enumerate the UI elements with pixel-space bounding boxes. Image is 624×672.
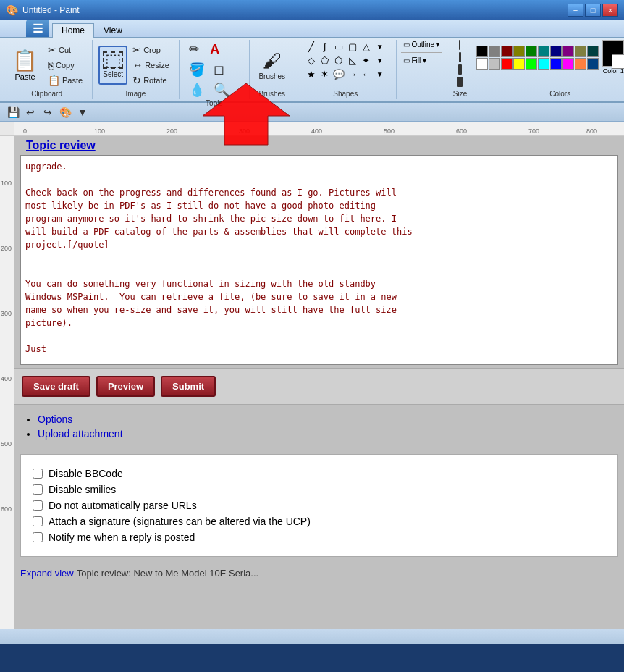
shape-righttri[interactable]: ◺ (346, 54, 359, 67)
magnifier-button[interactable]: 🔍 (210, 80, 233, 99)
horizontal-ruler: 0 100 200 300 400 500 600 700 800 (0, 122, 624, 136)
shape-rect[interactable]: ▭ (332, 40, 345, 53)
select-icon: ⬚ (103, 51, 123, 69)
rotate-button[interactable]: ↻ Rotate (129, 73, 173, 88)
close-button[interactable]: × (602, 4, 618, 17)
bottom-nav-bar: Expand view Topic review: New to Me Mode… (14, 563, 624, 583)
submit-button[interactable]: Submit (161, 376, 216, 397)
color-navy[interactable] (550, 46, 562, 57)
color-yellow[interactable] (513, 58, 525, 70)
no-parse-urls-label: Do not automatically parse URLs (49, 500, 197, 511)
disable-bbcode-checkbox[interactable] (33, 469, 43, 479)
notify-reply-checkbox[interactable] (33, 532, 43, 542)
attach-signature-row: Attach a signature (signatures can be al… (33, 516, 606, 527)
tab-home[interactable]: Home (52, 23, 94, 38)
shape-hexagon[interactable]: ⬡ (332, 54, 345, 67)
expand-view-link[interactable]: Expand view (20, 568, 74, 579)
shape-diamond[interactable]: ◇ (305, 54, 318, 67)
forum-page: Topic review upgrade. Check back on the … (14, 136, 624, 629)
crop-icon: ✂ (132, 44, 141, 56)
redo-button[interactable]: ↪ (41, 105, 55, 119)
size-bar-2[interactable] (459, 52, 461, 62)
color-olive[interactable] (513, 46, 525, 57)
color-blue[interactable] (550, 58, 562, 70)
shape-arrow-r[interactable]: → (346, 67, 359, 80)
shape-curve[interactable]: ∫ (319, 40, 332, 53)
paint-canvas[interactable]: Topic review upgrade. Check back on the … (14, 136, 624, 629)
color-darkgreen[interactable] (526, 46, 537, 57)
shape-more2[interactable]: ▼ (374, 54, 387, 67)
brushes-button[interactable]: 🖌 Brushes (254, 46, 290, 85)
select-button[interactable]: ⬚ Select (98, 46, 127, 85)
crop-button[interactable]: ✂ Crop (129, 43, 173, 57)
shape-more[interactable]: ▼ (374, 40, 387, 53)
disable-smilies-row: Disable smilies (33, 484, 606, 495)
color-lime[interactable] (526, 58, 537, 70)
color-darkblue2[interactable] (587, 58, 599, 70)
color-picker-qa-button[interactable]: 🎨 (58, 105, 72, 119)
shape-line[interactable]: ╱ (305, 40, 318, 53)
resize-icon: ↔ (132, 59, 143, 71)
upload-attachment-link[interactable]: Upload attachment (38, 428, 123, 440)
color-darkteal2[interactable] (587, 46, 599, 57)
paste-button[interactable]: 📋 Paste (7, 46, 43, 85)
color-red[interactable] (501, 58, 513, 70)
color-purple[interactable] (562, 46, 574, 57)
size-bar-1[interactable] (459, 40, 460, 50)
color-magenta[interactable] (562, 58, 574, 70)
size-bar-4[interactable] (457, 77, 463, 87)
qa-dropdown-button[interactable]: ▼ (75, 105, 90, 119)
shape-more3[interactable]: ▼ (374, 67, 387, 80)
eyedropper-button[interactable]: 💧 (185, 80, 208, 99)
post-content-textarea[interactable]: upgrade. Check back on the progress and … (20, 155, 618, 365)
canvas-area: 0 100 200 300 400 500 600 700 800 100 20… (0, 122, 624, 629)
minimize-button[interactable]: − (568, 4, 583, 17)
shape-arrow-l[interactable]: ← (360, 67, 373, 80)
copy-button[interactable]: ⎘ Copy (44, 58, 86, 72)
shape-triangle[interactable]: △ (360, 40, 373, 53)
shape-star5[interactable]: ★ (305, 67, 318, 80)
color-silver[interactable] (489, 58, 500, 70)
app-icon: 🎨 (6, 4, 18, 16)
color-darkyellow[interactable] (575, 46, 586, 57)
preview-button[interactable]: Preview (96, 376, 155, 397)
color-gray[interactable] (489, 46, 500, 57)
shape-star4[interactable]: ✦ (360, 54, 373, 67)
color-black[interactable] (476, 46, 488, 57)
save-draft-button[interactable]: Save draft (22, 376, 90, 397)
fill-button[interactable]: 🪣 (185, 60, 208, 79)
copy-icon: ⎘ (48, 59, 54, 71)
eraser-button[interactable]: ◻ (210, 60, 229, 79)
size-bar-3[interactable] (458, 64, 462, 75)
pencil-button[interactable]: ✏ (185, 40, 204, 59)
no-parse-urls-checkbox[interactable] (33, 500, 43, 511)
shape-pentagon[interactable]: ⬠ (319, 54, 332, 67)
color-orange[interactable] (575, 58, 586, 70)
shape-callout[interactable]: 💬 (332, 67, 345, 80)
paste-special-button[interactable]: 📋 Paste (44, 73, 86, 88)
color-teal[interactable] (538, 46, 549, 57)
shape-star6[interactable]: ✶ (319, 67, 332, 80)
color1-swatch[interactable] (602, 40, 624, 67)
no-parse-urls-row: Do not automatically parse URLs (33, 500, 606, 511)
color-cyan[interactable] (538, 58, 549, 70)
cut-button[interactable]: ✂ Cut (44, 43, 86, 57)
attach-signature-checkbox[interactable] (33, 516, 43, 526)
outline-button[interactable]: ▭ Outline ▾ (401, 40, 442, 49)
shape-roundrect[interactable]: ▢ (346, 40, 359, 53)
options-link[interactable]: Options (38, 413, 72, 425)
disable-smilies-checkbox[interactable] (33, 484, 43, 495)
color-white[interactable] (476, 58, 488, 70)
save-button[interactable]: 💾 (6, 105, 20, 119)
brushes-section: 🖌 Brushes Brushes (250, 40, 295, 99)
clipboard-section: 📋 Paste ✂ Cut ⎘ Copy 📋 Paste Clipboard (3, 40, 93, 99)
color-darkred[interactable] (501, 46, 513, 57)
undo-button[interactable]: ↩ (23, 105, 38, 119)
fill-dropdown-button[interactable]: ▭ Fill ▾ (401, 56, 442, 65)
maximize-button[interactable]: □ (585, 4, 601, 17)
app-orb-button[interactable]: ☰ (26, 20, 49, 37)
text-button[interactable]: A (206, 40, 224, 59)
topic-title-link[interactable]: Topic review (20, 136, 101, 154)
resize-button[interactable]: ↔ Resize (129, 58, 173, 72)
tab-view[interactable]: View (94, 23, 132, 38)
